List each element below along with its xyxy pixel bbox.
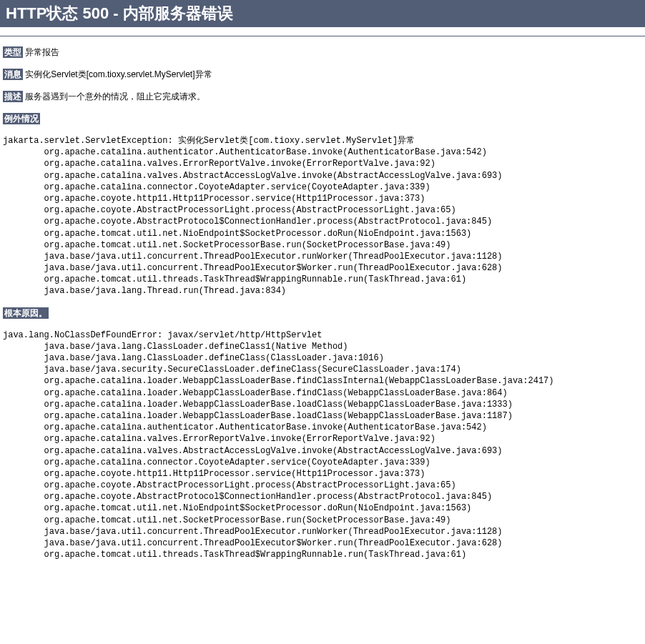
root-cause-label: 根本原因。 <box>3 307 49 319</box>
exception-row: 例外情况 <box>0 113 645 125</box>
message-label: 消息 <box>3 69 23 80</box>
message-row: 消息 实例化Servlet类[com.tioxy.servlet.MyServl… <box>0 69 645 81</box>
type-value: 异常报告 <box>25 47 59 57</box>
description-value: 服务器遇到一个意外的情况，阻止它完成请求。 <box>25 91 205 101</box>
exception-label: 例外情况 <box>3 113 40 124</box>
description-label: 描述 <box>3 91 23 102</box>
description-row: 描述 服务器遇到一个意外的情况，阻止它完成请求。 <box>0 91 645 103</box>
type-row: 类型 异常报告 <box>0 46 645 59</box>
exception-stack: jakarta.servlet.ServletException: 实例化Ser… <box>0 135 645 297</box>
type-label: 类型 <box>3 46 23 58</box>
root-cause-row: 根本原因。 <box>0 307 645 319</box>
page-title: HTTP状态 500 - 内部服务器错误 <box>0 0 645 27</box>
root-cause-stack: java.lang.NoClassDefFoundError: javax/se… <box>0 330 645 561</box>
divider <box>0 36 645 36</box>
message-value: 实例化Servlet类[com.tioxy.servlet.MyServlet]… <box>25 69 212 79</box>
error-page: HTTP状态 500 - 内部服务器错误 类型 异常报告 消息 实例化Servl… <box>0 0 645 560</box>
